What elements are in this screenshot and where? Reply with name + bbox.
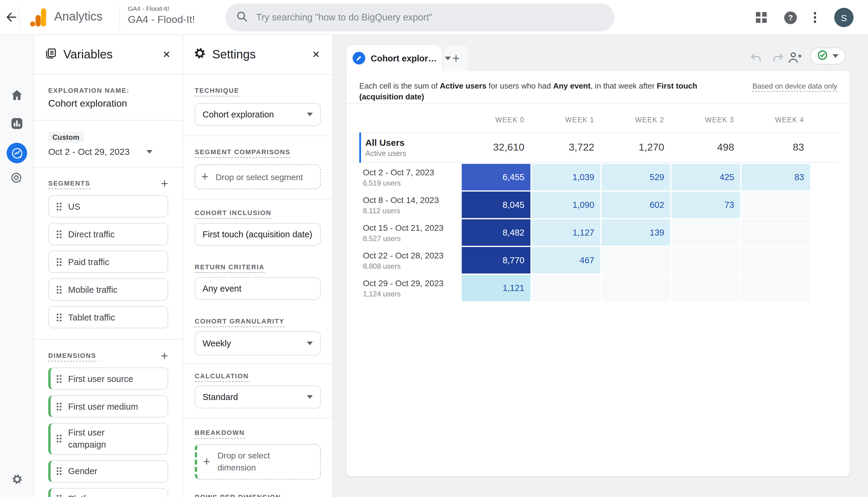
date-range-section: Custom Oct 2 - Oct 29, 2023 bbox=[34, 120, 183, 168]
granularity-select[interactable]: Weekly bbox=[195, 331, 321, 355]
cohort-row-label: Oct 2 - Oct 7, 20236,519 users bbox=[359, 164, 461, 190]
variables-header: Variables ✕ bbox=[34, 35, 183, 75]
week-header-row: WEEK 0WEEK 1WEEK 2WEEK 3WEEK 4 bbox=[359, 116, 837, 124]
cohort-cell[interactable] bbox=[741, 219, 810, 246]
redo-icon[interactable] bbox=[772, 53, 784, 66]
cohort-cell[interactable] bbox=[741, 247, 810, 273]
all-users-label: All UsersActive users bbox=[359, 137, 461, 158]
cohort-cell[interactable] bbox=[672, 219, 740, 246]
dimension-chip-label: Platform bbox=[68, 494, 101, 497]
back-button[interactable] bbox=[4, 11, 18, 25]
search-bar[interactable] bbox=[225, 4, 614, 31]
saved-status-button[interactable] bbox=[810, 47, 846, 65]
nav-rail bbox=[0, 35, 34, 497]
dimension-chip[interactable]: First user campaign bbox=[48, 423, 168, 455]
cohort-row-label: Oct 22 - Oct 28, 20238,808 users bbox=[359, 247, 461, 273]
cohort-cell[interactable]: 1,090 bbox=[532, 191, 600, 218]
segment-chip[interactable]: Tablet traffic bbox=[48, 306, 168, 328]
cohort-cell[interactable] bbox=[602, 275, 670, 301]
cohort-cell[interactable]: 1,039 bbox=[532, 164, 600, 190]
cohort-cell[interactable] bbox=[602, 247, 670, 273]
segment-drop-zone[interactable]: + Drop or select segment bbox=[195, 165, 321, 189]
segment-chip[interactable]: Mobile traffic bbox=[48, 278, 168, 301]
edit-pencil-icon bbox=[353, 52, 365, 65]
week-header: WEEK 4 bbox=[741, 116, 810, 124]
cohort-cell[interactable]: 139 bbox=[602, 219, 670, 246]
chevron-down-icon bbox=[445, 56, 451, 60]
top-header: Analytics GA4 - Flood-It! GA4 - Flood-It… bbox=[0, 0, 868, 35]
dimension-chip[interactable]: First user medium bbox=[48, 395, 168, 417]
segment-chip[interactable]: Direct traffic bbox=[48, 223, 168, 245]
property-label: GA4 - Flood-It! bbox=[128, 5, 195, 12]
drag-handle-icon bbox=[56, 312, 62, 322]
cohort-canvas-card: Each cell is the sum of Active users for… bbox=[347, 71, 850, 477]
cohort-cell[interactable]: 8,770 bbox=[462, 247, 530, 273]
cohort-cell[interactable]: 467 bbox=[532, 247, 600, 273]
return-criteria-box[interactable]: Any event bbox=[195, 277, 321, 300]
add-dimension-button[interactable]: + bbox=[160, 352, 168, 360]
property-selector[interactable]: GA4 - Flood-It! GA4 - Flood-It! bbox=[128, 5, 195, 26]
tab-cohort-exploration[interactable]: Cohort explor… bbox=[347, 45, 442, 71]
share-add-user-icon[interactable] bbox=[787, 51, 802, 66]
help-icon[interactable]: ? bbox=[784, 12, 797, 24]
cohort-cell[interactable]: 8,482 bbox=[462, 219, 530, 246]
segments-label: SEGMENTS bbox=[48, 180, 90, 189]
nav-advertising[interactable] bbox=[0, 172, 34, 187]
cohort-cell[interactable]: 529 bbox=[602, 164, 670, 190]
cohort-inclusion-box[interactable]: First touch (acquisition date) bbox=[195, 223, 321, 246]
nav-explore-active[interactable] bbox=[0, 143, 34, 163]
plus-icon: + bbox=[203, 455, 210, 469]
add-segment-button[interactable]: + bbox=[160, 180, 168, 188]
cohort-settings-section: COHORT INCLUSION First touch (acquisitio… bbox=[183, 199, 332, 364]
calculation-section: CALCULATION Standard bbox=[183, 364, 332, 418]
cohort-cell[interactable] bbox=[532, 275, 600, 301]
chevron-down-icon bbox=[307, 395, 313, 399]
more-menu-icon[interactable] bbox=[814, 12, 816, 25]
dimension-chip[interactable]: Platform bbox=[48, 488, 168, 497]
cohort-cell[interactable] bbox=[741, 275, 810, 301]
cohort-cell[interactable]: 83 bbox=[741, 164, 810, 190]
breakdown-drop-zone[interactable]: + Drop or select dimension bbox=[195, 444, 321, 479]
segment-chip[interactable]: US bbox=[48, 195, 168, 217]
return-criteria-value: Any event bbox=[202, 284, 241, 293]
exploration-name-value[interactable]: Cohort exploration bbox=[48, 98, 168, 109]
search-icon bbox=[236, 11, 248, 24]
date-range-selector[interactable]: Oct 2 - Oct 29, 2023 bbox=[48, 146, 168, 157]
cohort-cell[interactable]: 6,455 bbox=[462, 164, 530, 190]
close-variables-icon[interactable]: ✕ bbox=[163, 49, 171, 60]
cohort-cell[interactable]: 1,127 bbox=[532, 219, 600, 246]
cohort-cell[interactable] bbox=[672, 247, 740, 273]
cohort-cell[interactable]: 1,121 bbox=[462, 275, 530, 301]
technique-select[interactable]: Cohort exploration bbox=[195, 103, 321, 126]
cohort-cell[interactable]: 73 bbox=[672, 191, 740, 218]
cohort-cell[interactable]: 8,045 bbox=[462, 191, 530, 218]
segment-chip[interactable]: Paid traffic bbox=[48, 251, 168, 273]
dimension-chip-label: First user medium bbox=[68, 401, 138, 411]
segment-chip-label: Direct traffic bbox=[68, 229, 114, 239]
google-apps-icon[interactable] bbox=[756, 12, 767, 25]
date-badge: Custom bbox=[48, 132, 83, 143]
calculation-select[interactable]: Standard bbox=[195, 386, 321, 409]
dimension-chip[interactable]: First user source bbox=[48, 368, 168, 390]
cohort-cell[interactable]: 425 bbox=[672, 164, 740, 190]
nav-admin-settings[interactable] bbox=[0, 473, 34, 487]
breakdown-drop-hint: Drop or select dimension bbox=[217, 450, 284, 474]
cohort-cell[interactable] bbox=[672, 275, 740, 301]
cohort-cell[interactable] bbox=[741, 191, 810, 218]
based-on-device-data-link[interactable]: Based on device data only bbox=[752, 82, 837, 91]
search-input[interactable] bbox=[256, 12, 603, 23]
home-icon bbox=[10, 89, 24, 104]
undo-icon[interactable] bbox=[750, 53, 762, 66]
segment-chip-label: Mobile traffic bbox=[68, 285, 117, 294]
nav-home[interactable] bbox=[0, 89, 34, 104]
week-header: WEEK 1 bbox=[532, 116, 600, 124]
dimension-chip[interactable]: Gender bbox=[48, 460, 168, 482]
cohort-row-label: Oct 15 - Oct 21, 20238,527 users bbox=[359, 219, 461, 246]
week-header: WEEK 0 bbox=[462, 116, 530, 124]
return-criteria-label: RETURN CRITERIA bbox=[195, 263, 265, 273]
close-settings-icon[interactable]: ✕ bbox=[312, 49, 320, 60]
cohort-cell[interactable]: 602 bbox=[602, 191, 670, 218]
segment-comparisons-label: SEGMENT COMPARISONS bbox=[195, 148, 291, 158]
avatar[interactable]: S bbox=[834, 8, 854, 27]
nav-reports[interactable] bbox=[0, 117, 34, 132]
